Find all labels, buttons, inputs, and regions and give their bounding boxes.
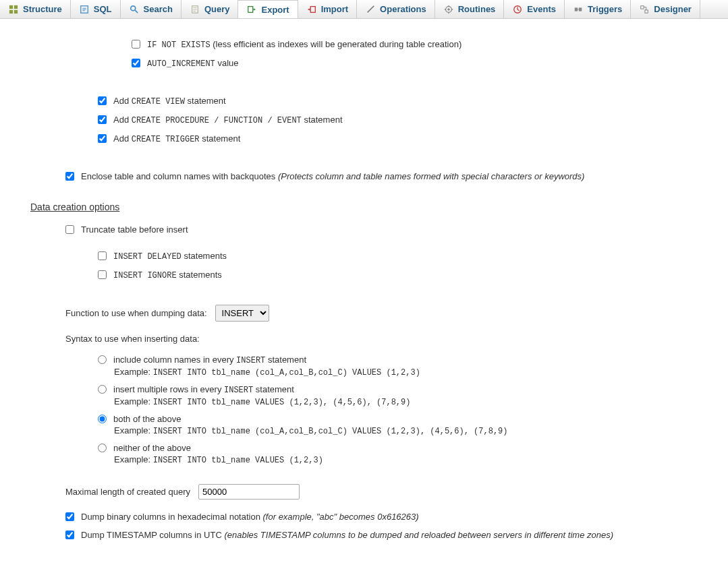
syntax-both-example: Example: INSERT INTO tbl_name (col_A,col… (114, 425, 698, 436)
svg-rect-15 (641, 5, 644, 8)
tab-query[interactable]: Query (181, 0, 239, 18)
import-icon (306, 4, 317, 15)
tab-label: SQL (94, 4, 112, 14)
routines-icon (443, 4, 454, 15)
function-label: Function to use when dumping data: (65, 308, 207, 318)
svg-rect-2 (9, 9, 13, 13)
create-procedure-checkbox[interactable] (98, 115, 107, 124)
syntax-radio-multirow[interactable] (98, 385, 107, 394)
create-trigger-checkbox[interactable] (98, 134, 107, 143)
function-select[interactable]: INSERT (215, 305, 269, 322)
tab-label: Search (144, 4, 173, 14)
syntax-multirow-label: insert multiple rows in every INSERT sta… (113, 384, 294, 395)
tab-search[interactable]: Search (121, 0, 181, 18)
if-not-exists-checkbox[interactable] (132, 40, 140, 49)
utc-checkbox[interactable] (65, 531, 74, 539)
tab-label: Routines (458, 4, 496, 14)
tab-routines[interactable]: Routines (435, 0, 505, 18)
create-procedure-label: Add CREATE PROCEDURE / FUNCTION / EVENT … (113, 115, 343, 125)
sql-icon (79, 4, 90, 15)
hex-checkbox[interactable] (65, 512, 74, 521)
syntax-radio-both[interactable] (98, 415, 107, 423)
events-icon (512, 4, 523, 15)
query-icon (190, 4, 200, 15)
create-view-label: Add CREATE VIEW statement (113, 96, 226, 107)
svg-rect-14 (579, 7, 582, 11)
designer-icon (639, 4, 650, 15)
truncate-label: Truncate table before insert (81, 224, 188, 235)
svg-rect-0 (9, 5, 13, 8)
insert-delayed-label: INSERT DELAYED statements (113, 251, 227, 262)
tab-import[interactable]: Import (298, 0, 357, 18)
insert-ignore-label: INSERT IGNORE statements (113, 270, 222, 280)
syntax-neither-label: neither of the above (113, 443, 191, 453)
tab-label: Export (261, 5, 289, 15)
structure-icon (8, 4, 19, 15)
syntax-neither-example: Example: INSERT INTO tbl_name VALUES (1,… (114, 454, 698, 465)
svg-rect-13 (575, 7, 578, 11)
syntax-label: Syntax to use when inserting data: (65, 334, 698, 344)
svg-rect-8 (248, 7, 253, 13)
search-icon (129, 4, 140, 15)
tab-label: Import (321, 4, 348, 14)
tab-label: Designer (654, 4, 692, 14)
svg-point-5 (130, 5, 135, 10)
export-icon (246, 4, 257, 15)
tab-label: Operations (380, 4, 426, 14)
utc-label: Dump TIMESTAMP columns in UTC (enables T… (81, 530, 613, 540)
tab-structure[interactable]: Structure (0, 0, 71, 18)
tab-export[interactable]: Export (238, 0, 298, 18)
top-tabs: Structure SQL Search Query Export Import… (0, 0, 728, 19)
syntax-columns-example: Example: INSERT INTO tbl_name (col_A,col… (114, 367, 698, 378)
syntax-both-label: both of the above (113, 414, 181, 424)
svg-rect-1 (14, 5, 18, 8)
maxlen-input[interactable] (198, 484, 300, 500)
hex-label: Dump binary columns in hexadecimal notat… (81, 512, 419, 522)
syntax-radio-neither[interactable] (98, 444, 107, 452)
maxlen-label: Maximal length of created query (65, 487, 190, 497)
svg-line-6 (134, 9, 137, 12)
create-trigger-label: Add CREATE TRIGGER statement (113, 133, 240, 144)
backquotes-label: Enclose table and column names with back… (81, 171, 584, 181)
backquotes-checkbox[interactable] (65, 172, 74, 181)
create-view-checkbox[interactable] (98, 96, 107, 105)
triggers-icon (573, 4, 584, 15)
auto-increment-checkbox[interactable] (132, 59, 140, 67)
tab-label: Triggers (588, 4, 622, 14)
svg-rect-16 (645, 9, 648, 12)
tab-label: Structure (23, 4, 62, 14)
tab-label: Query (204, 4, 230, 14)
insert-ignore-checkbox[interactable] (98, 270, 107, 279)
syntax-radio-columns[interactable] (98, 355, 107, 364)
tab-label: Events (527, 4, 556, 14)
tab-sql[interactable]: SQL (71, 0, 121, 18)
svg-rect-3 (14, 9, 18, 13)
tab-events[interactable]: Events (504, 0, 565, 18)
tab-triggers[interactable]: Triggers (565, 0, 631, 18)
svg-point-11 (447, 8, 450, 11)
if-not-exists-label: IF NOT EXISTS (less efficient as indexes… (147, 39, 461, 50)
insert-delayed-checkbox[interactable] (98, 251, 107, 260)
operations-icon (365, 4, 376, 15)
data-creation-heading: Data creation options (30, 202, 698, 212)
truncate-checkbox[interactable] (65, 225, 74, 234)
tab-operations[interactable]: Operations (357, 0, 435, 18)
tab-designer[interactable]: Designer (631, 0, 700, 18)
svg-rect-9 (310, 6, 315, 12)
syntax-columns-label: include column names in every INSERT sta… (113, 355, 306, 365)
syntax-multirow-example: Example: INSERT INTO tbl_name VALUES (1,… (114, 396, 698, 407)
auto-increment-label: AUTO_INCREMENT value (147, 58, 239, 69)
